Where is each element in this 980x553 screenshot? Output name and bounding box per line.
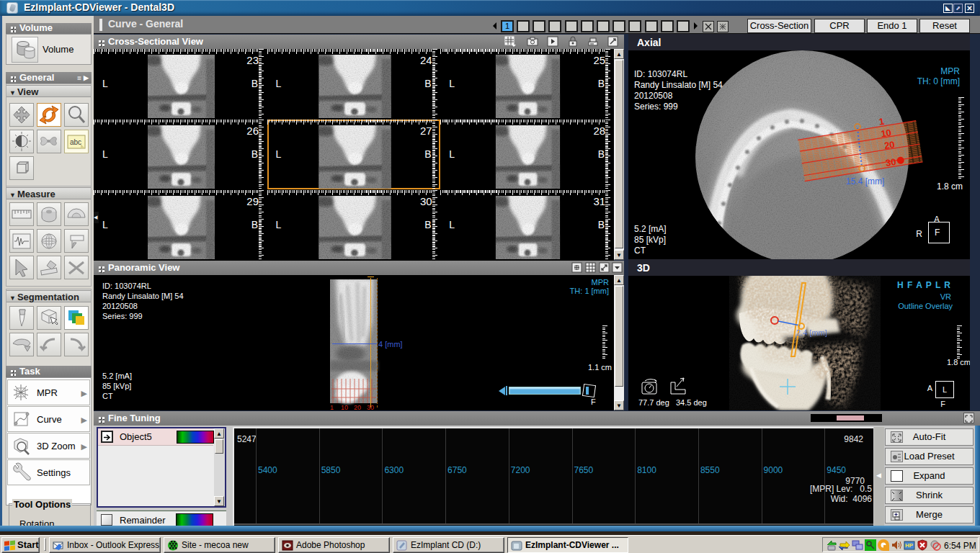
- svg-text:abc: abc: [70, 138, 81, 146]
- svg-text:10: 10: [880, 127, 892, 139]
- svg-text:30: 30: [885, 156, 897, 168]
- svg-text:2.4 [mm]: 2.4 [mm]: [796, 328, 827, 337]
- svg-text:20: 20: [883, 139, 896, 151]
- svg-text:15.4 [mm]: 15.4 [mm]: [846, 176, 884, 186]
- svg-text:HP: HP: [905, 542, 914, 549]
- svg-text:1: 1: [878, 116, 886, 127]
